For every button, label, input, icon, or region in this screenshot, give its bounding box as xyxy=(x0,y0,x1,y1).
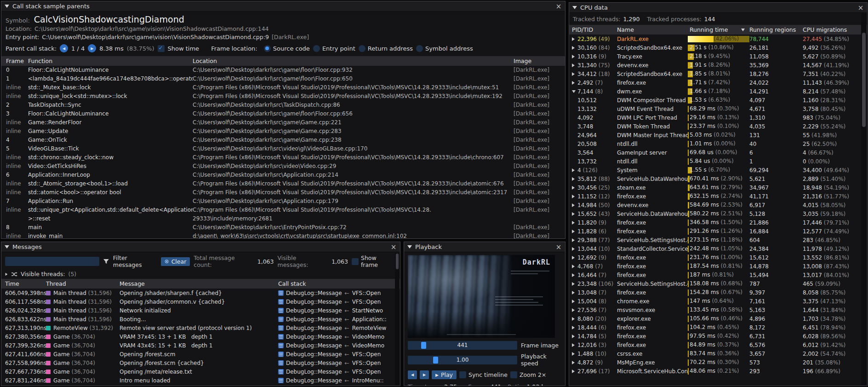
expand-icon[interactable] xyxy=(572,343,575,347)
cpu-process-row[interactable]: 4,092DWM LPC Port Thread29.16 ms (0.13%)… xyxy=(569,113,861,122)
expand-icon[interactable] xyxy=(572,212,575,216)
message-row[interactable]: 606,049,398nsMain thread (31,596)Opening… xyxy=(1,289,400,297)
cpu-process-row[interactable]: 3,564GameInput server69.68 us (0.00%)64 … xyxy=(569,148,861,157)
next-parent-button[interactable]: ▶ xyxy=(88,44,96,52)
expand-icon[interactable] xyxy=(572,370,575,373)
expand-icon[interactable] xyxy=(572,203,575,207)
cpu-process-row[interactable]: 15,004 (8)chrome.exe147 ms (0.64%)7,1613… xyxy=(569,297,861,306)
message-callstack[interactable]: DebugLog::Message←RemoteView xyxy=(278,325,400,331)
message-callstack[interactable]: DebugLog::Message←VFS::Open xyxy=(278,369,400,375)
callstack-frame-row[interactable]: inlinestd::atomic<bool>::operator boolC:… xyxy=(1,188,565,197)
expand-icon[interactable] xyxy=(572,335,575,338)
cpu-process-row[interactable]: 18,444 (6)firefox.exe104.2 ms (0.45%)8,1… xyxy=(569,323,861,332)
cpu-process-row[interactable]: 4 (126)System1.55 s (6.70%)69,29434,400 … xyxy=(569,166,861,174)
message-callstack[interactable]: DebugLog::Message←VideoMemo xyxy=(278,334,400,340)
frame-image-slider[interactable]: 441 xyxy=(408,341,517,350)
message-row[interactable]: 627,313,190nsRemoteView (31,392)Remote v… xyxy=(1,323,400,332)
callstack-frame-row[interactable]: 0Floor::CalcLightNoLuminanceC:\Users\wol… xyxy=(1,66,565,75)
cpu-process-row[interactable]: 27,536 (7)msvsmon.exe133.45 ms (0.58%)5,… xyxy=(569,306,861,314)
expand-icon[interactable] xyxy=(572,177,575,181)
cpu-process-row[interactable]: 3,748DWM Token Thread23.37 ms (0.10%)4,0… xyxy=(569,122,861,131)
cpu-process-row[interactable]: 16,464 (7)firefox.exe187 ms (0.81%)15,49… xyxy=(569,271,861,279)
cpu-process-row[interactable]: 7,144 (8)dwm.exe1.66 s (7.18%)14,2918,21… xyxy=(569,87,861,96)
cpu-process-row[interactable]: 30,160 (84)ScriptedSandbox64.exe2.51 s (… xyxy=(569,43,861,52)
collapse-arrow-icon[interactable] xyxy=(572,6,577,9)
cpu-process-row[interactable]: 22,396 (49)DarkRL.exe(42.06%)78,74427,44… xyxy=(569,35,861,43)
callstack-frame-row[interactable]: 8mainC:\Users\wolf\Desktop\darkrl\src\En… xyxy=(1,223,565,232)
expand-icon[interactable] xyxy=(572,282,575,286)
play-button[interactable]: ▶Play xyxy=(432,370,457,379)
message-callstack[interactable]: DebugLog::Message←IntroMenu:: xyxy=(278,377,400,384)
cpu-scrollbar[interactable] xyxy=(861,13,867,385)
cpu-process-row[interactable]: 35,812 (88)ServiceHub.DataWarehouseHost.… xyxy=(569,174,861,183)
show-time-checkbox[interactable] xyxy=(158,45,165,52)
message-row[interactable]: 627,667,736nsGame (36,704)Opening /meta/… xyxy=(1,367,400,376)
prev-parent-button[interactable]: ◀ xyxy=(60,44,68,52)
col-name[interactable]: Name xyxy=(617,26,688,33)
zoom-2x-checkbox[interactable]: Zoom 2× xyxy=(510,371,546,378)
collapse-arrow-icon[interactable] xyxy=(5,5,9,8)
message-row[interactable]: 627,558,996nsGame (36,704)Opening /fores… xyxy=(1,358,400,367)
expand-icon[interactable] xyxy=(572,55,575,58)
visible-threads-label[interactable]: Visible threads: xyxy=(21,271,65,277)
scrollbar-thumb[interactable] xyxy=(396,254,399,269)
expand-icon[interactable] xyxy=(572,168,575,172)
callstack-frame-row[interactable]: inlineinvoke_maind:\agent\_work\63\s\src… xyxy=(1,232,565,239)
message-callstack[interactable]: DebugLog::Message←StartNetwo xyxy=(278,307,400,314)
cpu-process-row[interactable]: 31,340 (75)devenv.exe1.91 s (8.26%)35,36… xyxy=(569,61,861,69)
cpu-process-row[interactable]: 13,132uDWM Event Thread68.29 ms (0.30%)4… xyxy=(569,104,861,113)
message-row[interactable]: 627,411,606nsGame (36,704)Opening /fores… xyxy=(1,350,400,358)
message-callstack[interactable]: DebugLog::Message←Application:: xyxy=(278,316,400,323)
expand-icon[interactable] xyxy=(572,291,575,295)
callstack-frame-row[interactable]: inlineGame::UpdateC:\Users\wolf\Desktop\… xyxy=(1,127,565,136)
cpu-process-row[interactable]: 8,080 (20)explorer.exe105.66 ms (0.46%)4… xyxy=(569,314,861,323)
callstack-frame-row[interactable]: inlineVideo::GetTicksHiResC:\Users\wolf\… xyxy=(1,162,565,171)
cpu-process-row[interactable]: 1,488 (10)csrss.exe83.74 ms (0.36%)3,657… xyxy=(569,349,861,358)
cpu-process-row[interactable]: 15,652 (43)ServiceHub.DataWarehouseHost.… xyxy=(569,209,861,218)
cpu-process-row[interactable]: 30,456 (25)steam.exe643.61 ms (2.79%)34,… xyxy=(569,183,861,192)
cpu-process-row[interactable]: 29,388 (77)ServiceHub.SettingsHost.exe27… xyxy=(569,236,861,244)
expand-icon[interactable] xyxy=(572,81,575,85)
cpu-process-row[interactable]: 24,964DWM Master Input Thread5.03 ms (0.… xyxy=(569,131,861,139)
callstack-frame-row[interactable]: inlinestd::_Mutex_base::lockC:\Program F… xyxy=(1,83,565,92)
collapse-arrow-icon[interactable] xyxy=(5,245,9,248)
show-frame-checkbox[interactable]: Show frame xyxy=(352,254,394,268)
message-row[interactable]: 626,024,328nsMain thread (31,596)Network… xyxy=(1,306,400,315)
message-row[interactable]: 606,117,568nsMain thread (31,596)Opening… xyxy=(1,297,400,306)
cpu-process-row[interactable]: 12,692 (9)firefox.exe231.76 ms (1.00%)15… xyxy=(569,253,861,262)
cpu-process-row[interactable]: 23,348 (106)ServiceHub.SettingsHost.exe1… xyxy=(569,279,861,288)
callstack-frame-row[interactable]: inlinestd::_Atomic_storage<bool,1>::load… xyxy=(1,179,565,188)
expand-icon[interactable] xyxy=(572,230,575,233)
expand-icon[interactable] xyxy=(572,37,575,41)
cpu-process-row[interactable]: 14,784 (5)firefox.exe97.95 ms (0.42%)6,7… xyxy=(569,332,861,341)
radio-source-code[interactable]: Source code xyxy=(264,45,310,52)
col-running-time[interactable]: Running time xyxy=(688,25,749,34)
expand-icon[interactable] xyxy=(572,256,575,260)
cpu-process-row[interactable]: 20,508ntdll.dll1.01 ms (0.00%)4025 (62.5… xyxy=(569,139,861,148)
cpu-process-row[interactable]: 11,828 (6)firefox.exe291.26 ms (1.26%)16… xyxy=(569,227,861,236)
message-row[interactable]: 626,833,622nsMain thread (31,596)Booting… xyxy=(1,315,400,323)
cpu-process-row[interactable]: 4,768 (7)firefox.exe187.54 ms (0.81%)14,… xyxy=(569,262,861,271)
expand-icon[interactable] xyxy=(572,46,575,50)
expand-icon[interactable] xyxy=(572,186,575,190)
playback-speed-slider[interactable]: 1.00 xyxy=(408,356,517,364)
collapse-arrow-icon[interactable] xyxy=(407,245,412,248)
cpu-process-row[interactable]: 11,820 (9)firefox.exe346.58 ms (1.50%)21… xyxy=(569,218,861,227)
col-pid-tid[interactable]: PID/TID xyxy=(569,26,617,33)
close-icon[interactable]: × xyxy=(555,3,562,10)
expand-icon[interactable] xyxy=(572,195,575,198)
expand-icon[interactable] xyxy=(572,317,575,321)
cpu-process-row[interactable]: 4,872 (9)MsMpEng.exe70.22 ms (0.30%)5732… xyxy=(569,358,861,367)
message-callstack[interactable]: DebugLog::Message←VFS::Open xyxy=(278,299,400,305)
collapse-icon[interactable] xyxy=(572,90,576,93)
cpu-process-row[interactable]: 27,696 (17)Microsoft.ServiceHub.Controll… xyxy=(569,367,861,375)
cpu-process-row[interactable]: 13,732ntdll.dll5.84 us (0.00%)10 (0.00%) xyxy=(569,157,861,166)
col-running-regions[interactable]: Running regions xyxy=(749,26,803,33)
step-forward-button[interactable]: ▶ xyxy=(420,370,429,379)
message-callstack[interactable]: DebugLog::Message←VFS::Open xyxy=(278,360,400,366)
callstack-frame-row[interactable]: inlinestd::unique_ptr<Application,std::d… xyxy=(1,206,565,223)
expand-icon[interactable] xyxy=(572,72,575,76)
callstack-frame-row[interactable]: inlinestd::unique_lock<std::mutex>::lock… xyxy=(1,92,565,101)
expand-icon[interactable] xyxy=(572,352,575,356)
radio-symbol-address[interactable]: Symbol address xyxy=(416,45,473,52)
